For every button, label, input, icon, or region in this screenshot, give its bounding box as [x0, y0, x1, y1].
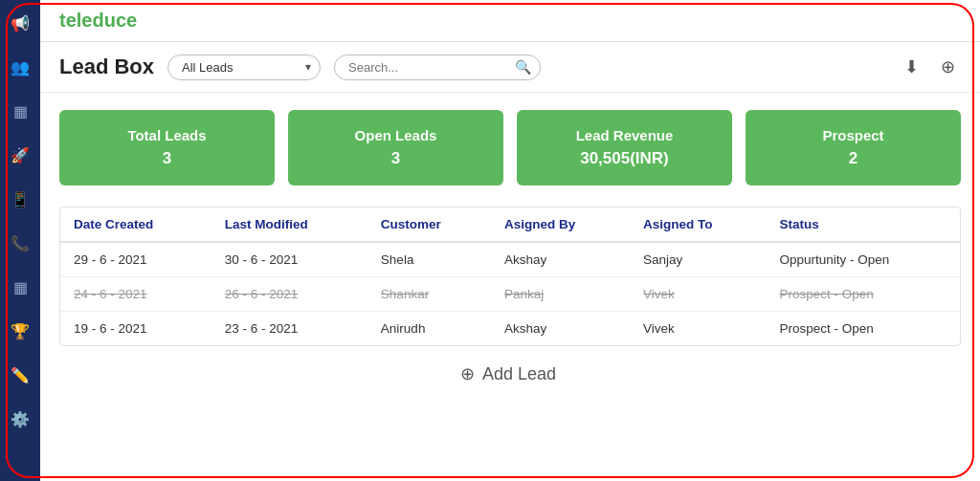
sidebar-icon-rocket[interactable]: 🚀 — [7, 142, 33, 168]
stat-value-lead-revenue: 30,505(INR) — [528, 149, 721, 168]
search-input[interactable] — [334, 55, 541, 80]
stat-value-prospect: 2 — [757, 149, 949, 168]
sidebar-icon-mobile[interactable]: 📱 — [7, 186, 33, 212]
cell-assigned-to: Vivek — [630, 312, 767, 346]
logo: teleduce — [59, 10, 137, 32]
col-customer: Customer — [368, 208, 491, 242]
table-row[interactable]: 29 - 6 - 2021 30 - 6 - 2021 Shela Akshay… — [60, 242, 960, 277]
search-wrapper: 🔍 — [334, 55, 541, 80]
cell-date-created: 29 - 6 - 2021 — [60, 242, 212, 277]
col-assigned-by: Asigned By — [491, 208, 630, 242]
logo-bar: teleduce — [40, 0, 980, 42]
page-title: Lead Box — [59, 55, 154, 79]
sidebar: 📢 👥 ▦ 🚀 📱 📞 ▦ 🏆 ✏️ ⚙️ — [0, 0, 40, 481]
stat-title-open-leads: Open Leads — [300, 127, 492, 143]
cell-customer: Anirudh — [368, 312, 491, 346]
col-date-created: Date Created — [60, 208, 212, 242]
cell-status: Prospect - Open — [766, 312, 960, 346]
sidebar-icon-users[interactable]: 👥 — [7, 54, 33, 80]
content-area: Total Leads 3 Open Leads 3 Lead Revenue … — [40, 93, 980, 481]
cell-assigned-to: Sanjay — [630, 242, 767, 277]
col-last-modified: Last Modified — [212, 208, 368, 242]
logo-duce: duce — [92, 10, 137, 31]
cell-status: Oppurtunity - Open — [766, 242, 960, 277]
cell-status: Prospect - Open — [766, 277, 960, 312]
sidebar-icon-announce[interactable]: 📢 — [7, 10, 33, 36]
stat-card-lead-revenue: Lead Revenue 30,505(INR) — [517, 110, 732, 186]
stat-card-open-leads: Open Leads 3 — [288, 110, 503, 186]
sidebar-icon-edit[interactable]: ✏️ — [7, 361, 33, 388]
leads-filter-select[interactable]: All Leads — [167, 55, 321, 80]
sidebar-icon-grid[interactable]: ▦ — [7, 98, 33, 124]
sidebar-icon-settings[interactable]: ⚙️ — [7, 405, 33, 432]
leads-table: Date Created Last Modified Customer Asig… — [60, 208, 960, 345]
stat-value-open-leads: 3 — [300, 149, 492, 168]
cell-customer: Shela — [368, 242, 491, 277]
cell-date-created: 24 - 6 - 2021 — [60, 277, 212, 312]
table-row[interactable]: 24 - 6 - 2021 26 - 6 - 2021 Shankar Pank… — [60, 277, 960, 312]
leads-filter-dropdown[interactable]: All Leads ▾ — [167, 55, 321, 80]
add-lead-label: Add Lead — [482, 364, 556, 383]
stat-card-prospect: Prospect 2 — [746, 110, 961, 186]
stat-title-lead-revenue: Lead Revenue — [528, 127, 721, 143]
cell-last-modified: 30 - 6 - 2021 — [212, 242, 368, 277]
table-row[interactable]: 19 - 6 - 2021 23 - 6 - 2021 Anirudh Aksh… — [60, 312, 960, 346]
cell-assigned-by: Pankaj — [491, 277, 630, 312]
main-content: teleduce Lead Box All Leads ▾ 🔍 ⬇ ⊕ Tota… — [40, 0, 980, 481]
logo-tele: tele — [59, 10, 92, 31]
stat-value-total-leads: 3 — [71, 149, 263, 168]
cell-assigned-by: Akshay — [491, 242, 630, 277]
sidebar-icon-phone[interactable]: 📞 — [7, 230, 33, 256]
stat-card-total-leads: Total Leads 3 — [59, 110, 275, 186]
leads-table-wrapper: Date Created Last Modified Customer Asig… — [59, 207, 961, 346]
stat-title-total-leads: Total Leads — [71, 127, 263, 143]
cell-customer: Shankar — [368, 277, 491, 312]
cell-last-modified: 26 - 6 - 2021 — [212, 277, 368, 312]
add-lead-icon: ⊕ — [460, 364, 475, 383]
col-assigned-to: Asigned To — [630, 208, 767, 242]
download-icon[interactable]: ⬇ — [898, 54, 924, 80]
cell-date-created: 19 - 6 - 2021 — [60, 312, 212, 346]
page-header: Lead Box All Leads ▾ 🔍 ⬇ ⊕ — [40, 42, 980, 93]
col-status: Status — [766, 208, 960, 242]
sidebar-icon-trophy[interactable]: 🏆 — [7, 317, 33, 344]
add-icon[interactable]: ⊕ — [934, 54, 961, 80]
add-lead-row[interactable]: ⊕ Add Lead — [59, 346, 961, 402]
sidebar-icon-apps[interactable]: ▦ — [7, 273, 33, 300]
table-header-row: Date Created Last Modified Customer Asig… — [60, 208, 960, 242]
stats-row: Total Leads 3 Open Leads 3 Lead Revenue … — [59, 110, 961, 186]
cell-assigned-by: Akshay — [491, 312, 630, 346]
cell-last-modified: 23 - 6 - 2021 — [212, 312, 368, 346]
cell-assigned-to: Vivek — [630, 277, 767, 312]
stat-title-prospect: Prospect — [757, 127, 949, 143]
header-actions: ⬇ ⊕ — [898, 54, 961, 80]
